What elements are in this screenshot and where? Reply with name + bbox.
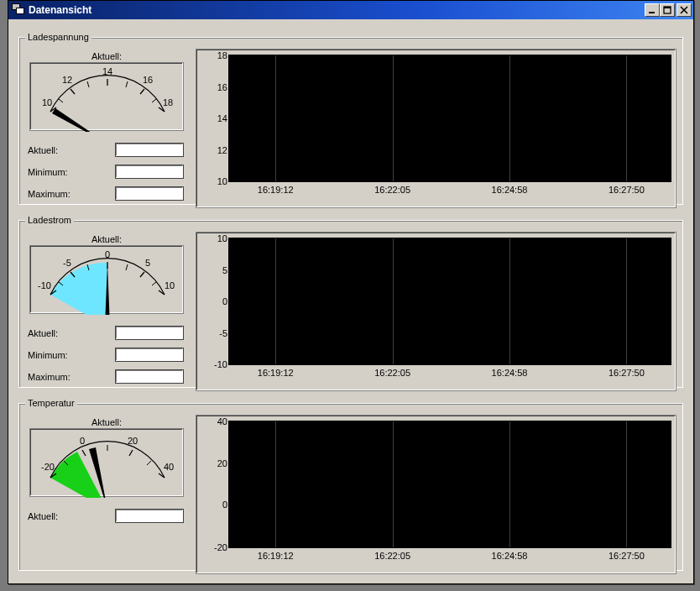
label-aktuell: Aktuell:	[28, 145, 115, 155]
svg-text:16: 16	[143, 75, 153, 85]
gauge-caption: Aktuell:	[30, 234, 183, 244]
svg-text:-5: -5	[63, 258, 71, 268]
gauge-ladestrom: Aktuell:	[29, 245, 184, 314]
svg-line-38	[147, 461, 151, 465]
gauge-temperatur: Aktuell:	[29, 428, 184, 497]
svg-text:5: 5	[145, 258, 150, 268]
legend-ladespannung: Ladespannung	[25, 32, 91, 42]
app-window: Datenansicht Ladespannung Aktuell:	[8, 0, 694, 584]
svg-text:-10: -10	[38, 280, 51, 290]
plot-ladespannung: 18 16 14 12 10 16:19:12 16:22:05 16:24:5…	[196, 49, 676, 208]
group-temperatur: Temperatur Aktuell:	[18, 398, 683, 571]
svg-line-4	[71, 89, 75, 94]
svg-line-25	[152, 282, 156, 285]
svg-rect-0	[649, 12, 655, 13]
label-maximum: Maximum:	[28, 372, 115, 382]
app-icon	[12, 3, 25, 17]
svg-text:0: 0	[105, 249, 110, 259]
window-title: Datenansicht	[29, 4, 645, 16]
gauge-dial-ladestrom: -10 -5 0 5 10	[30, 246, 185, 315]
strip-chart: 40 20 0 -20 16:19:12 16:22:05 16:24:58 1…	[228, 421, 671, 548]
minimize-button[interactable]	[645, 3, 660, 17]
input-ladestrom-minimum[interactable]	[115, 348, 184, 362]
input-ladestrom-aktuell[interactable]	[115, 326, 184, 340]
gauge-dial-temperatur: -20 0 20 40	[30, 429, 185, 498]
input-ladespannung-maximum[interactable]	[115, 186, 184, 201]
svg-line-34	[129, 450, 133, 456]
client-area: Ladespannung Aktuell:	[11, 22, 691, 581]
strip-chart: 18 16 14 12 10 16:19:12 16:22:05 16:24:5…	[228, 55, 671, 182]
input-ladespannung-minimum[interactable]	[115, 165, 184, 179]
svg-text:10: 10	[165, 280, 175, 290]
gauge-needle-icon	[52, 108, 107, 132]
close-button[interactable]	[676, 3, 692, 17]
label-minimum: Minimum:	[28, 167, 115, 177]
svg-line-10	[126, 81, 128, 87]
strip-chart: 10 5 0 -5 -10 16:19:12 16:22:05 16:24:58…	[228, 238, 671, 365]
plot-temperatur: 40 20 0 -20 16:19:12 16:22:05 16:24:58 1…	[196, 415, 676, 574]
group-ladestrom: Ladestrom Aktuell:	[18, 215, 683, 388]
gauge-ladespannung: Aktuell:	[29, 62, 184, 131]
svg-line-33	[82, 450, 86, 456]
label-minimum: Minimum:	[28, 350, 115, 360]
legend-temperatur: Temperatur	[25, 398, 77, 408]
svg-line-8	[59, 99, 63, 102]
svg-line-20	[140, 272, 144, 277]
svg-text:14: 14	[102, 66, 112, 76]
svg-line-6	[140, 89, 144, 94]
input-temperatur-aktuell[interactable]	[115, 509, 184, 523]
gauge-caption: Aktuell:	[30, 51, 183, 61]
svg-line-9	[87, 81, 89, 87]
input-ladespannung-aktuell[interactable]	[115, 143, 184, 157]
svg-text:18: 18	[163, 97, 173, 107]
titlebar[interactable]: Datenansicht	[8, 1, 693, 19]
legend-ladestrom: Ladestrom	[25, 215, 74, 225]
svg-line-11	[152, 99, 156, 102]
svg-text:20: 20	[128, 436, 138, 446]
label-aktuell: Aktuell:	[28, 328, 115, 338]
gauge-dial-ladespannung: 10 12 14 16 18	[30, 63, 185, 132]
svg-text:12: 12	[62, 75, 72, 85]
plot-ladestrom: 10 5 0 -5 -10 16:19:12 16:22:05 16:24:58…	[196, 232, 676, 391]
svg-text:0: 0	[80, 436, 85, 446]
label-aktuell: Aktuell:	[28, 511, 115, 521]
svg-text:40: 40	[164, 462, 174, 472]
gauge-caption: Aktuell:	[30, 417, 183, 427]
svg-text:-20: -20	[41, 462, 55, 472]
label-maximum: Maximum:	[28, 189, 115, 199]
svg-text:10: 10	[42, 97, 52, 107]
group-ladespannung: Ladespannung Aktuell:	[18, 32, 683, 205]
input-ladestrom-maximum[interactable]	[115, 369, 184, 384]
maximize-button[interactable]	[660, 3, 675, 17]
svg-line-24	[126, 264, 128, 270]
svg-rect-2	[664, 7, 671, 8]
